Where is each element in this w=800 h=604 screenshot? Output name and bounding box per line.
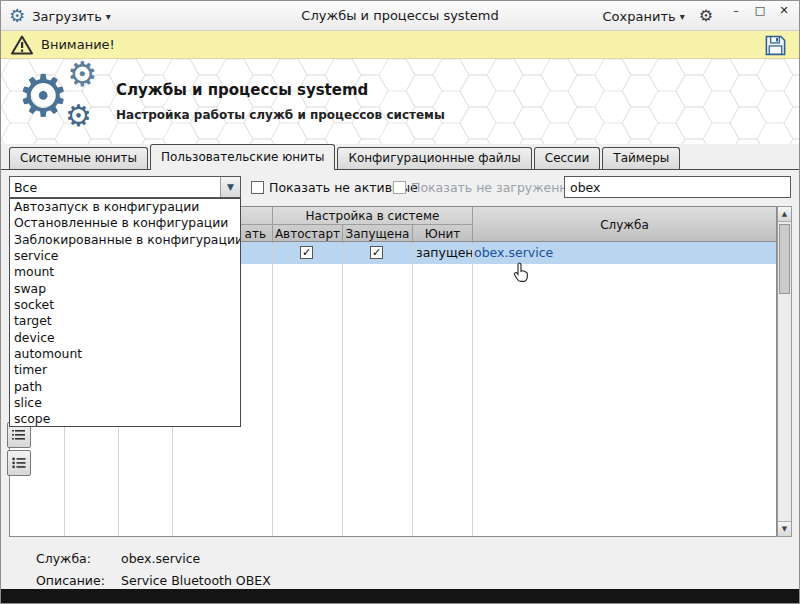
chevron-down-icon: ▾ — [106, 11, 111, 22]
table-header-unit[interactable]: Юнит — [412, 225, 472, 243]
detail-description-label: Описание: — [36, 573, 105, 588]
scroll-up-button[interactable]: ▲ — [778, 207, 791, 222]
maximize-button[interactable]: □ — [751, 4, 769, 20]
detailed-list-tool-button[interactable] — [7, 450, 31, 476]
filter-option[interactable]: Заблокированные в конфигурации — [10, 232, 240, 248]
tab-user-units[interactable]: Пользовательские юниты — [150, 144, 335, 170]
tab-system-units[interactable]: Системные юниты — [9, 147, 148, 169]
warning-message: Внимание! — [41, 37, 115, 52]
load-button-label: Загрузить — [32, 9, 102, 24]
checkbox-box[interactable] — [251, 181, 264, 194]
bulleted-list-icon — [12, 457, 26, 469]
titlebar: ⚙ Загрузить ▾ Службы и процессы systemd … — [1, 1, 799, 31]
search-input[interactable] — [564, 176, 791, 198]
logo-gear-icon: ⚙ — [17, 67, 69, 125]
chevron-down-icon: ▼ — [227, 182, 234, 192]
scroll-down-button[interactable]: ▼ — [778, 521, 791, 536]
combobox-arrow-button[interactable]: ▼ — [220, 177, 240, 197]
arrow-up-icon: ▲ — [782, 210, 787, 218]
tab-bar: Системные юниты Пользовательские юниты К… — [1, 144, 799, 169]
filter-option[interactable]: automount — [10, 346, 240, 362]
list-icon — [12, 429, 26, 441]
table-header-running[interactable]: Запущена — [342, 225, 412, 243]
grid-line — [472, 242, 473, 536]
checkbox-label: Показать не загруженные — [411, 180, 585, 195]
vertical-scrollbar[interactable]: ▲ ▼ — [777, 206, 792, 537]
filter-option[interactable]: swap — [10, 281, 240, 297]
grid-line — [342, 242, 343, 536]
warning-bar: Внимание! — [1, 31, 799, 59]
hexagon-pattern — [1, 59, 799, 144]
unit-type-filter-list: Автозапуск в конфигурации Остановленные … — [9, 198, 241, 427]
arrow-down-icon: ▼ — [782, 525, 787, 533]
app-gear-icon: ⚙ — [9, 7, 25, 25]
filter-option[interactable]: mount — [10, 264, 240, 280]
hand-cursor-icon — [513, 262, 531, 284]
settings-gear-icon[interactable]: ⚙ — [699, 8, 713, 24]
close-button[interactable]: ✕ — [775, 4, 793, 20]
autostart-checkbox[interactable]: ✓ — [300, 246, 313, 259]
tab-sessions[interactable]: Сессии — [534, 147, 601, 169]
table-header-autostart[interactable]: Автостарт — [272, 225, 342, 243]
filter-option[interactable]: socket — [10, 297, 240, 313]
table-header-group-system[interactable]: Настройка в системе — [272, 207, 472, 225]
table-header-service[interactable]: Служба — [472, 207, 776, 243]
page-title: Службы и процессы systemd — [116, 81, 368, 99]
unit-type-filter-combobox[interactable]: Все ▼ — [9, 176, 241, 198]
grid-line — [412, 242, 413, 536]
minimize-button[interactable]: – — [727, 4, 745, 20]
chevron-down-icon: ▾ — [680, 11, 685, 22]
filter-option[interactable]: service — [10, 248, 240, 264]
page-subtitle: Настройка работы служб и процессов систе… — [116, 108, 445, 122]
filter-option[interactable]: device — [10, 330, 240, 346]
tab-timers[interactable]: Таймеры — [602, 147, 680, 169]
detail-service-value: obex.service — [121, 551, 200, 566]
detail-service-label: Служба: — [36, 551, 91, 566]
tab-config-files[interactable]: Конфигурационные файлы — [337, 147, 531, 169]
filter-option[interactable]: Автозапуск в конфигурации — [10, 199, 240, 215]
service-link[interactable]: obex.service — [474, 245, 553, 260]
detail-description-value: Service Bluetooth OBEX — [121, 573, 271, 588]
scrollbar-thumb[interactable] — [779, 224, 790, 294]
filter-option[interactable]: path — [10, 379, 240, 395]
filter-option[interactable]: timer — [10, 362, 240, 378]
checkbox-box — [393, 181, 406, 194]
save-button-label: Сохранить — [603, 9, 676, 24]
save-button[interactable]: Сохранить ▾ — [603, 9, 685, 24]
running-checkbox[interactable]: ✓ — [370, 246, 383, 259]
tab-content: Все ▼ Показать не активные Показать не з… — [1, 169, 799, 591]
bottom-panel — [1, 589, 799, 603]
module-header: ⚙ ⚙ ⚙ Службы и процессы systemd Настройк… — [1, 59, 799, 144]
warning-triangle-icon — [11, 35, 33, 55]
combobox-value: Все — [10, 177, 220, 197]
show-unloaded-checkbox: Показать не загруженные — [393, 180, 585, 195]
unit-state-text: запущен — [416, 245, 474, 260]
save-file-icon[interactable] — [764, 34, 787, 57]
logo-gear-icon: ⚙ — [65, 101, 92, 131]
filter-option[interactable]: Остановленные в конфигурации — [10, 215, 240, 231]
filter-option[interactable]: slice — [10, 395, 240, 411]
app-window: ⚙ Загрузить ▾ Службы и процессы systemd … — [0, 0, 800, 604]
load-button[interactable]: Загрузить ▾ — [32, 9, 111, 24]
filter-option[interactable]: target — [10, 313, 240, 329]
logo-gear-icon: ⚙ — [67, 59, 97, 91]
grid-line — [272, 242, 273, 536]
filter-option[interactable]: scope — [10, 411, 240, 427]
